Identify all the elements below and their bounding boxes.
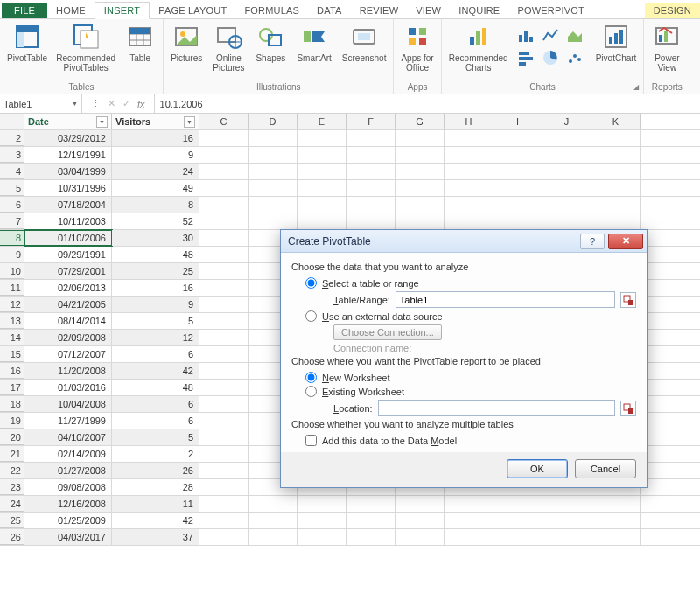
cell-empty[interactable]: [200, 363, 248, 379]
cell-date[interactable]: 10/04/2008: [24, 396, 112, 412]
column-header-K[interactable]: K: [592, 114, 640, 129]
cell-date[interactable]: 01/27/2008: [24, 463, 112, 478]
cell-date[interactable]: 02/06/2013: [24, 280, 112, 296]
cell-date[interactable]: 02/09/2008: [24, 330, 112, 345]
cell-empty[interactable]: [592, 496, 640, 512]
formula-input[interactable]: 10.1.2006: [155, 94, 700, 113]
table-button[interactable]: Table: [122, 23, 158, 63]
table-range-input[interactable]: [396, 291, 615, 308]
cell-visitors[interactable]: 48: [112, 247, 200, 262]
cell-empty[interactable]: [200, 529, 248, 545]
row-header[interactable]: 9: [0, 247, 24, 262]
cell-empty[interactable]: [542, 164, 592, 179]
cell-empty[interactable]: [200, 346, 248, 362]
cell-empty[interactable]: [200, 263, 248, 279]
cell-empty[interactable]: [200, 380, 248, 395]
cell-empty[interactable]: [396, 164, 444, 179]
ok-button[interactable]: OK: [507, 459, 568, 478]
cell-empty[interactable]: [494, 180, 542, 196]
cell-empty[interactable]: [248, 513, 298, 528]
cell-empty[interactable]: [200, 396, 248, 412]
column-header-G[interactable]: G: [396, 114, 444, 129]
cell-empty[interactable]: [200, 463, 248, 478]
tab-inquire[interactable]: INQUIRE: [450, 3, 508, 18]
cell-visitors[interactable]: 25: [112, 263, 200, 279]
row-header[interactable]: 3: [0, 147, 24, 163]
cell-date[interactable]: 03/04/1999: [24, 164, 112, 179]
shapes-button[interactable]: Shapes: [253, 23, 288, 63]
apps-for-office-button[interactable]: Apps for Office: [399, 23, 435, 73]
cell-empty[interactable]: [592, 197, 640, 213]
cell-visitors[interactable]: 9: [112, 147, 200, 163]
row-header[interactable]: 17: [0, 380, 24, 395]
cell-empty[interactable]: [200, 330, 248, 345]
cell-visitors[interactable]: 16: [112, 130, 200, 146]
cell-visitors[interactable]: 28: [112, 479, 200, 495]
cell-empty[interactable]: [494, 147, 542, 163]
cell-date[interactable]: 11/27/1999: [24, 413, 112, 429]
row-header[interactable]: 14: [0, 330, 24, 345]
cell-empty[interactable]: [298, 213, 346, 229]
cell-empty[interactable]: [200, 230, 248, 246]
select-all-corner[interactable]: [0, 114, 24, 129]
row-header[interactable]: 21: [0, 446, 24, 462]
area-chart-icon[interactable]: [566, 26, 587, 45]
column-chart-icon[interactable]: [517, 26, 538, 45]
dialog-close-button[interactable]: ✕: [608, 234, 643, 249]
row-header[interactable]: 16: [0, 363, 24, 379]
radio-select-range[interactable]: [305, 277, 317, 289]
cell-visitors[interactable]: 5: [112, 429, 200, 445]
radio-external-source[interactable]: [305, 310, 317, 322]
cell-date[interactable]: 04/03/2017: [24, 529, 112, 545]
online-pictures-button[interactable]: Online Pictures: [211, 23, 246, 73]
formula-enter-icon[interactable]: ✓: [122, 98, 130, 109]
cell-date[interactable]: 01/03/2016: [24, 380, 112, 395]
cell-empty[interactable]: [346, 164, 396, 179]
row-header[interactable]: 22: [0, 463, 24, 478]
cell-visitors[interactable]: 30: [112, 230, 200, 246]
cell-date[interactable]: 12/16/2008: [24, 496, 112, 512]
cell-empty[interactable]: [248, 197, 298, 213]
cell-visitors[interactable]: 9: [112, 296, 200, 312]
cell-empty[interactable]: [200, 513, 248, 528]
cell-empty[interactable]: [444, 147, 494, 163]
cell-empty[interactable]: [592, 513, 640, 528]
cell-empty[interactable]: [298, 180, 346, 196]
filter-dropdown-visitors-icon[interactable]: ▼: [184, 116, 195, 128]
cell-date[interactable]: 01/10/2006: [24, 230, 112, 246]
cell-date[interactable]: 09/29/1991: [24, 247, 112, 262]
cell-empty[interactable]: [396, 529, 444, 545]
cell-empty[interactable]: [542, 180, 592, 196]
cell-empty[interactable]: [444, 164, 494, 179]
cell-empty[interactable]: [542, 513, 592, 528]
cell-empty[interactable]: [592, 147, 640, 163]
name-box[interactable]: Table1 ▼: [0, 94, 82, 113]
cell-empty[interactable]: [200, 413, 248, 429]
column-header-H[interactable]: H: [444, 114, 494, 129]
cell-empty[interactable]: [542, 130, 592, 146]
row-header[interactable]: 13: [0, 313, 24, 329]
cell-date[interactable]: 10/11/2003: [24, 213, 112, 229]
cell-empty[interactable]: [592, 180, 640, 196]
cell-empty[interactable]: [396, 180, 444, 196]
cell-visitors[interactable]: 12: [112, 330, 200, 345]
column-header-F[interactable]: F: [346, 114, 396, 129]
cell-empty[interactable]: [542, 213, 592, 229]
cell-empty[interactable]: [200, 180, 248, 196]
cell-visitors[interactable]: 11: [112, 496, 200, 512]
column-header-date[interactable]: Date ▼: [24, 114, 112, 129]
cell-empty[interactable]: [200, 280, 248, 296]
cell-empty[interactable]: [200, 479, 248, 495]
collapse-dialog-icon[interactable]: [620, 292, 636, 308]
row-header[interactable]: 26: [0, 529, 24, 545]
cell-empty[interactable]: [200, 446, 248, 462]
cell-date[interactable]: 02/14/2009: [24, 446, 112, 462]
cell-empty[interactable]: [200, 197, 248, 213]
cell-date[interactable]: 07/29/2001: [24, 263, 112, 279]
row-header[interactable]: 20: [0, 429, 24, 445]
cell-visitors[interactable]: 26: [112, 463, 200, 478]
cell-empty[interactable]: [494, 496, 542, 512]
cell-visitors[interactable]: 52: [112, 213, 200, 229]
filter-dropdown-date-icon[interactable]: ▼: [96, 116, 108, 128]
dialog-titlebar[interactable]: Create PivotTable ? ✕: [281, 230, 647, 253]
